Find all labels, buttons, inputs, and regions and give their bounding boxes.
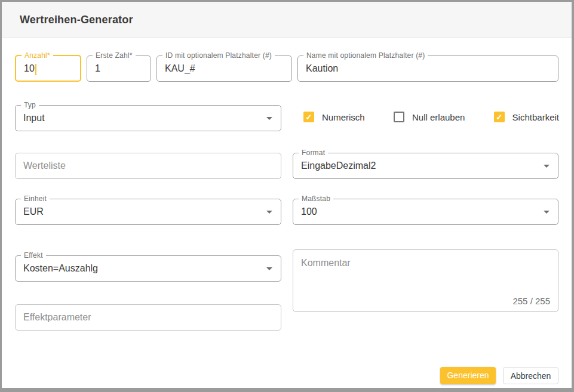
typ-select[interactable]: Typ Input [15, 105, 281, 131]
page-title: Wertreihen-Generator [20, 2, 133, 38]
wertreihen-generator-dialog: Wertreihen-Generator Anzahl* 10 Erste Za… [0, 0, 574, 392]
checkbox-numerisch[interactable]: ✓ Numerisch [303, 112, 365, 122]
format-label: Format [299, 149, 328, 157]
werteliste-field[interactable]: Werteliste [15, 153, 281, 179]
checkbox-null-erlauben[interactable]: ✓ Null erlauben [394, 112, 465, 122]
kommentar-placeholder: Kommentar [301, 258, 351, 268]
chevron-down-icon [544, 165, 550, 168]
effektparameter-field[interactable]: Effektparameter [15, 304, 281, 331]
abbrechen-button[interactable]: Abbrechen [503, 367, 558, 384]
chevron-down-icon [544, 211, 550, 214]
checkbox-row: ✓ Numerisch ✓ Null erlauben ✓ Sichtbarke… [303, 109, 559, 125]
effekt-select[interactable]: Effekt Kosten=Auszahlg [15, 255, 281, 282]
character-counter: 255 / 255 [512, 296, 550, 306]
typ-value: Input [23, 113, 45, 124]
name-label: Name mit optionalem Platzhalter (#) [303, 51, 428, 60]
erste-zahl-label: Erste Zahl* [93, 51, 136, 60]
typ-label: Typ [21, 101, 39, 109]
checkbox-box[interactable]: ✓ [494, 112, 505, 122]
chevron-down-icon [266, 267, 272, 270]
werteliste-placeholder: Werteliste [23, 160, 66, 171]
format-value: EingabeDezimal2 [301, 160, 376, 171]
checkbox-label: Numerisch [322, 112, 365, 122]
massstab-value: 100 [301, 206, 317, 217]
checkbox-label: Null erlauben [412, 112, 465, 122]
id-label: ID mit optionalem Platzhalter (#) [162, 51, 275, 60]
einheit-select[interactable]: Einheit EUR [15, 199, 281, 225]
kommentar-textarea[interactable]: Kommentar 255 / 255 [293, 249, 558, 312]
checkbox-sichtbarkeit[interactable]: ✓ Sichtbarkeit [494, 112, 559, 122]
effektparameter-placeholder: Effektparameter [23, 312, 91, 323]
format-select[interactable]: Format EingabeDezimal2 [293, 153, 558, 179]
id-field[interactable]: ID mit optionalem Platzhalter (#) KAU_# [156, 55, 292, 82]
erste-zahl-field[interactable]: Erste Zahl* 1 [87, 55, 151, 82]
massstab-label: Maßstab [299, 195, 333, 203]
check-icon: ✓ [496, 113, 502, 121]
id-value: KAU_# [165, 63, 195, 74]
generieren-button[interactable]: Generieren [440, 367, 496, 384]
einheit-value: EUR [23, 206, 44, 217]
effekt-label: Effekt [21, 251, 46, 260]
text-cursor [35, 64, 36, 75]
dialog-header: Wertreihen-Generator [2, 2, 572, 38]
name-field[interactable]: Name mit optionalem Platzhalter (#) Kaut… [297, 55, 558, 82]
einheit-label: Einheit [21, 195, 50, 203]
anzahl-value: 10 [24, 63, 35, 73]
anzahl-field[interactable]: Anzahl* 10 [15, 55, 81, 82]
chevron-down-icon [266, 211, 272, 214]
massstab-select[interactable]: Maßstab 100 [293, 199, 558, 225]
checkbox-label: Sichtbarkeit [512, 112, 559, 122]
name-value: Kaution [306, 63, 338, 74]
anzahl-label: Anzahl* [22, 51, 53, 60]
chevron-down-icon [266, 117, 272, 120]
check-icon: ✓ [306, 113, 312, 121]
checkbox-box[interactable]: ✓ [394, 112, 404, 122]
effekt-value: Kosten=Auszahlg [23, 263, 98, 274]
checkbox-box[interactable]: ✓ [303, 112, 314, 122]
erste-zahl-value: 1 [95, 63, 100, 74]
